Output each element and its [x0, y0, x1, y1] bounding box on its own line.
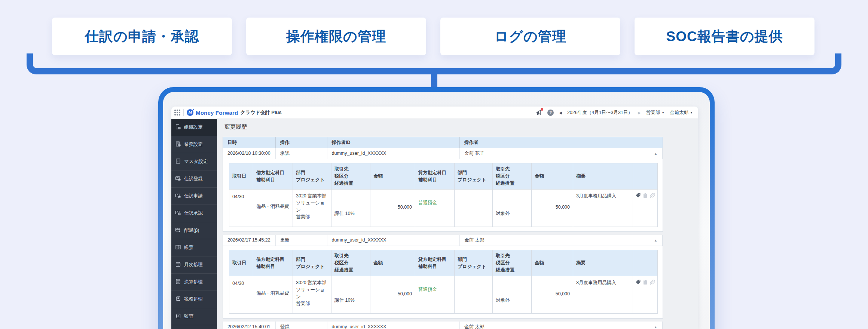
- collapse-up-icon[interactable]: ▲: [654, 235, 657, 246]
- journal-column-header: 取引先税区分経過措置: [493, 163, 532, 190]
- clipboard-icon[interactable]: [642, 279, 648, 286]
- history-operator-id: dummy_user_id_XXXXXX: [327, 148, 460, 159]
- paperclip-icon[interactable]: [650, 193, 655, 199]
- prev-fiscal-year-arrow[interactable]: ◀: [559, 111, 562, 115]
- change-history-table: 日時操作操作者ID操作者2026/02/18 10:30:00承認dummy_u…: [223, 137, 663, 329]
- journal-column-header: 部門プロジェクト: [455, 163, 493, 190]
- sidebar-item-9[interactable]: 月次処理: [171, 256, 217, 274]
- header-right: ? ◀ 2026年度（4月1日〜3月31日） ▶ 営業部▼ 金前太郎▼: [535, 109, 693, 116]
- card-up-icon: [175, 193, 181, 200]
- user-dropdown[interactable]: 金前太郎▼: [670, 110, 693, 116]
- sidebar-item-6[interactable]: 仕訳承認: [171, 205, 217, 222]
- card-check-icon: [175, 210, 181, 217]
- history-operator-id: dummy_user_id_XXXXXX: [327, 322, 460, 329]
- journal-detail-table: 取引日借方勘定科目補助科目部門プロジェクト取引先税区分経過措置金額貸方勘定科目補…: [229, 250, 658, 314]
- sidebar-item-11[interactable]: 税務処理: [171, 291, 217, 308]
- journal-column-header: 部門プロジェクト: [293, 250, 331, 276]
- journal-column-header: 部門プロジェクト: [293, 163, 331, 190]
- doc-icon: [175, 158, 181, 165]
- sidebar-item-label: 帳票: [184, 245, 193, 251]
- credit-account: 普通預金: [415, 190, 455, 227]
- announcements-megaphone-icon[interactable]: [535, 109, 542, 116]
- help-icon[interactable]: ?: [547, 110, 554, 116]
- sidebar-item-5[interactable]: 仕訳申請: [171, 188, 217, 205]
- history-datetime: 2026/02/12 15:40:01: [223, 322, 276, 329]
- feature-card-soc-report: SOC報告書の提供: [635, 18, 814, 55]
- journal-column-header: 摘要: [573, 163, 633, 190]
- tag-icon[interactable]: [635, 279, 641, 286]
- history-detail-section: 取引日借方勘定科目補助科目部門プロジェクト取引先税区分経過措置金額貸方勘定科目補…: [223, 159, 663, 232]
- department-dropdown[interactable]: 営業部▼: [646, 110, 664, 116]
- journal-detail-table: 取引日借方勘定科目補助科目部門プロジェクト取引先税区分経過措置金額貸方勘定科目補…: [229, 163, 658, 227]
- feature-card-journal-approval: 仕訳の申請・承認: [52, 18, 232, 55]
- summary: 3月度事務用品購入: [573, 276, 633, 314]
- book-icon: [175, 244, 181, 251]
- product-name: クラウド会計 Plus: [240, 109, 281, 116]
- row-actions: [633, 276, 658, 314]
- credit-account: 普通預金: [415, 276, 455, 314]
- credit-tax-category: 対象外: [493, 190, 532, 227]
- transaction-date: 04/30: [229, 190, 253, 227]
- history-meta-row-3[interactable]: 2026/02/12 15:40:01登録dummy_user_id_XXXXX…: [223, 322, 663, 329]
- clipboard-icon[interactable]: [642, 193, 648, 199]
- history-action: 登録: [276, 322, 327, 329]
- tag-icon[interactable]: [635, 193, 641, 199]
- journal-column-header: [633, 163, 658, 190]
- journal-column-header: 借方勘定科目補助科目: [253, 163, 293, 190]
- summary: 3月度事務用品購入: [573, 190, 633, 227]
- collapse-up-icon[interactable]: ▲: [654, 322, 657, 329]
- sidebar: 組織設定業務設定マスタ設定仕訳登録仕訳申請仕訳承認配賦(β)帳票月次処理決算処理…: [171, 119, 217, 329]
- history-datetime: 2026/02/17 15:45:22: [223, 235, 276, 246]
- page-title: 変更履歴: [224, 123, 698, 130]
- collapse-up-icon[interactable]: ▲: [654, 148, 657, 159]
- sidebar-item-8[interactable]: 帳票: [171, 239, 217, 256]
- sidebar-item-1[interactable]: 組織設定: [171, 119, 217, 136]
- fiscal-year-label[interactable]: 2026年度（4月1日〜3月31日）: [567, 110, 633, 116]
- card-plus-icon: [175, 175, 181, 182]
- history-operator: 金前 花子: [460, 148, 663, 159]
- history-action: 更新: [276, 235, 327, 246]
- sidebar-item-2[interactable]: 業務設定: [171, 136, 217, 153]
- calculator-icon: [175, 279, 181, 286]
- sidebar-item-label: 業務設定: [184, 141, 203, 148]
- sidebar-item-10[interactable]: 決算処理: [171, 274, 217, 291]
- journal-column-header: 金額: [532, 163, 573, 190]
- history-column-header: 日時: [223, 137, 276, 148]
- card-branch-icon: [175, 227, 181, 234]
- history-meta-row-1[interactable]: 2026/02/18 10:30:00承認dummy_user_id_XXXXX…: [223, 148, 663, 159]
- history-action: 承認: [276, 148, 327, 159]
- history-meta-row-2[interactable]: 2026/02/17 15:45:22更新dummy_user_id_XXXXX…: [223, 235, 663, 246]
- sidebar-item-label: 決算処理: [184, 279, 203, 285]
- debit-amount: 50,000: [370, 190, 415, 227]
- caret-down-icon: ▼: [690, 111, 693, 114]
- paperclip-icon[interactable]: [650, 279, 655, 286]
- feature-cards-row: 仕訳の申請・承認 操作権限の管理 ログの管理 SOC報告書の提供: [52, 18, 815, 55]
- sidebar-item-7[interactable]: 配賦(β): [171, 222, 217, 239]
- brand-name: Money Forward: [196, 110, 238, 116]
- bracket-connector: [27, 53, 841, 74]
- main-content: 変更履歴 日時操作操作者ID操作者2026/02/18 10:30:00承認du…: [217, 119, 698, 329]
- moneyforward-mark-icon: M: [187, 109, 193, 116]
- sidebar-item-label: 組織設定: [184, 124, 203, 130]
- credit-account-link[interactable]: 普通預金: [418, 200, 437, 205]
- sidebar-item-12[interactable]: 監査: [171, 308, 217, 325]
- app-body: 組織設定業務設定マスタ設定仕訳登録仕訳申請仕訳承認配賦(β)帳票月次処理決算処理…: [171, 119, 698, 329]
- sidebar-item-label: 税務処理: [184, 296, 203, 302]
- journal-column-header: 金額: [370, 163, 415, 190]
- next-fiscal-year-arrow[interactable]: ▶: [638, 111, 641, 115]
- journal-column-header: 取引先税区分経過措置: [493, 250, 532, 276]
- brand-logo[interactable]: M Money Forward クラウド会計 Plus: [187, 109, 282, 116]
- debit-tax-category: 課仕 10%: [331, 190, 370, 227]
- credit-amount: 50,000: [532, 276, 573, 314]
- journal-column-header: 部門プロジェクト: [455, 250, 493, 276]
- debit-account: 備品・消耗品費: [253, 190, 293, 227]
- sidebar-item-3[interactable]: マスタ設定: [171, 153, 217, 170]
- journal-column-header: 取引日: [229, 250, 253, 276]
- caret-down-icon: ▼: [661, 111, 664, 114]
- credit-account-link[interactable]: 普通預金: [418, 287, 437, 292]
- sidebar-item-label: 監査: [184, 313, 193, 320]
- app-launcher-grid-icon[interactable]: [174, 110, 180, 116]
- sidebar-item-label: マスタ設定: [184, 159, 208, 165]
- feature-card-permission-management: 操作権限の管理: [246, 18, 426, 55]
- sidebar-item-4[interactable]: 仕訳登録: [171, 170, 217, 188]
